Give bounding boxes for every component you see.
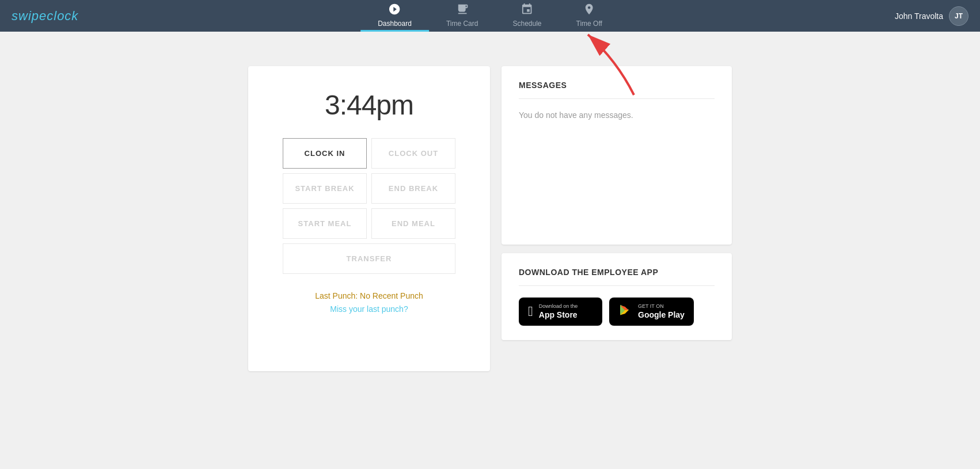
last-punch-label: Last Punch: No Recent Punch — [315, 291, 423, 300]
transfer-row: TRANSFER — [283, 243, 455, 274]
apple-icon:  — [528, 304, 533, 318]
main-header: swipeclock Dashboard Time Card — [0, 0, 980, 32]
dashboard-icon — [389, 3, 401, 18]
miss-punch-link[interactable]: Miss your last punch? — [330, 304, 408, 314]
google-play-badge[interactable]: GET IT ON Google Play — [609, 298, 694, 326]
main-nav: Dashboard Time Card Schedule — [360, 0, 620, 32]
end-meal-button[interactable]: END MEAL — [371, 208, 455, 239]
google-play-text: GET IT ON Google Play — [638, 303, 685, 320]
nav-label-timecard: Time Card — [446, 20, 478, 28]
messages-title: MESSAGES — [519, 81, 715, 99]
clock-out-button[interactable]: CLOCK OUT — [371, 138, 455, 169]
last-punch-section: Last Punch: No Recent Punch Miss your la… — [315, 291, 423, 314]
clock-buttons: CLOCK IN CLOCK OUT START BREAK END BREAK… — [283, 138, 455, 274]
app-logo: swipeclock — [12, 9, 78, 24]
right-panels: MESSAGES You do not have any messages. D… — [502, 66, 732, 371]
schedule-icon — [521, 3, 533, 18]
nav-item-timecard[interactable]: Time Card — [429, 0, 496, 32]
download-title: DOWNLOAD THE EMPLOYEE APP — [519, 268, 715, 286]
timecard-icon — [456, 3, 469, 18]
time-display: 3:44pm — [325, 89, 413, 121]
end-break-button[interactable]: END BREAK — [371, 173, 455, 204]
app-store-badge[interactable]:  Download on the App Store — [519, 298, 602, 326]
nav-label-schedule: Schedule — [512, 20, 541, 28]
break-row: START BREAK END BREAK — [283, 173, 455, 204]
user-area: John Travolta JT — [895, 6, 968, 26]
download-panel: DOWNLOAD THE EMPLOYEE APP  Download on … — [502, 253, 732, 340]
nav-label-timeoff: Time Off — [576, 20, 602, 28]
nav-item-timeoff[interactable]: Time Off — [559, 0, 620, 32]
user-avatar[interactable]: JT — [949, 6, 968, 26]
meal-row: START MEAL END MEAL — [283, 208, 455, 239]
start-meal-button[interactable]: START MEAL — [283, 208, 367, 239]
clock-in-button[interactable]: CLOCK IN — [283, 138, 367, 169]
nav-item-dashboard[interactable]: Dashboard — [360, 0, 429, 32]
nav-label-dashboard: Dashboard — [378, 20, 412, 28]
download-section:  Download on the App Store — [519, 298, 715, 326]
messages-empty-text: You do not have any messages. — [519, 110, 715, 120]
google-play-icon — [618, 303, 632, 319]
transfer-button[interactable]: TRANSFER — [283, 243, 455, 274]
main-content: 3:44pm CLOCK IN CLOCK OUT START BREAK EN… — [0, 32, 980, 394]
nav-item-schedule[interactable]: Schedule — [495, 0, 559, 32]
messages-panel: MESSAGES You do not have any messages. — [502, 66, 732, 245]
clock-panel: 3:44pm CLOCK IN CLOCK OUT START BREAK EN… — [248, 66, 490, 371]
app-store-text: Download on the App Store — [539, 303, 578, 320]
timeoff-icon — [583, 3, 595, 18]
user-name: John Travolta — [895, 12, 943, 21]
clock-in-out-row: CLOCK IN CLOCK OUT — [283, 138, 455, 169]
start-break-button[interactable]: START BREAK — [283, 173, 367, 204]
